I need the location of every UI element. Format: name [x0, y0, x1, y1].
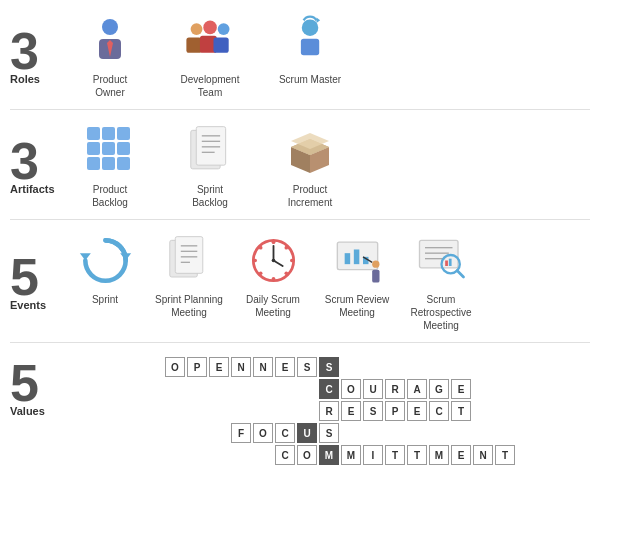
svg-rect-12 — [87, 127, 100, 140]
daily-scrum-label: Daily ScrumMeeting — [246, 293, 300, 319]
scrum-review-icon — [327, 230, 387, 290]
cell-t3: T — [407, 445, 427, 465]
cell-t1: T — [451, 401, 471, 421]
product-backlog-icon — [80, 120, 140, 180]
svg-point-48 — [258, 271, 262, 275]
sprint-label: Sprint — [92, 293, 118, 306]
svg-rect-66 — [448, 258, 451, 265]
cell-c3: C — [275, 423, 295, 443]
scrum-retrospective-icon — [411, 230, 471, 290]
daily-scrum-item: Daily ScrumMeeting — [233, 230, 313, 319]
artifacts-number: 3 — [10, 135, 50, 187]
svg-rect-65 — [445, 260, 448, 266]
roles-items: ProductOwner DevelopmentTeam — [65, 10, 615, 99]
divider-2 — [10, 219, 590, 220]
svg-rect-13 — [102, 127, 115, 140]
scrum-retrospective-label: Scrum RetrospectiveMeeting — [401, 293, 481, 332]
product-owner-icon — [80, 10, 140, 70]
cell-t2: T — [385, 445, 405, 465]
svg-rect-57 — [372, 269, 379, 282]
sprint-planning-icon — [159, 230, 219, 290]
courage-row: C O U R A G E — [319, 379, 515, 399]
events-label: Events — [10, 299, 50, 311]
artifacts-label-group: 3 Artifacts — [10, 135, 65, 195]
cell-g: G — [429, 379, 449, 399]
dev-team-icon — [180, 10, 240, 70]
svg-point-4 — [203, 20, 217, 34]
cell-s-highlight: S — [319, 357, 339, 377]
scrum-master-item: Scrum Master — [265, 10, 355, 86]
svg-rect-11 — [300, 38, 318, 55]
cell-e4: E — [341, 401, 361, 421]
sprint-planning-label: Sprint PlanningMeeting — [155, 293, 223, 319]
svg-point-5 — [217, 23, 229, 35]
cell-s2: S — [363, 401, 383, 421]
scrum-master-icon — [280, 10, 340, 70]
focus-row: F O C U S — [231, 423, 515, 443]
scrum-retrospective-item: Scrum RetrospectiveMeeting — [401, 230, 481, 332]
product-owner-label: ProductOwner — [93, 73, 127, 99]
cell-t4: T — [495, 445, 515, 465]
cell-r1: R — [385, 379, 405, 399]
scrum-master-label: Scrum Master — [279, 73, 341, 86]
svg-rect-35 — [175, 236, 203, 273]
roles-label: Roles — [10, 73, 50, 85]
cell-n2: N — [253, 357, 273, 377]
product-owner-item: ProductOwner — [65, 10, 155, 99]
values-label-group: 5 Values — [10, 357, 65, 417]
product-backlog-label: ProductBacklog — [92, 183, 128, 209]
sprint-backlog-label: SprintBacklog — [192, 183, 228, 209]
divider-1 — [10, 109, 590, 110]
svg-point-41 — [271, 240, 275, 244]
svg-rect-18 — [87, 157, 100, 170]
svg-rect-22 — [196, 126, 225, 165]
dev-team-item: DevelopmentTeam — [165, 10, 255, 99]
svg-point-56 — [372, 260, 379, 267]
cell-c4: C — [275, 445, 295, 465]
svg-point-51 — [271, 258, 275, 262]
cell-c2: C — [429, 401, 449, 421]
svg-marker-33 — [120, 253, 131, 260]
divider-3 — [10, 342, 590, 343]
svg-point-0 — [102, 19, 118, 35]
cell-p: P — [187, 357, 207, 377]
cell-e3: E — [451, 379, 471, 399]
svg-marker-32 — [79, 253, 90, 260]
dev-team-label: DevelopmentTeam — [181, 73, 240, 99]
values-label: Values — [10, 405, 50, 417]
svg-rect-20 — [117, 157, 130, 170]
artifacts-items: ProductBacklog SprintBacklo — [65, 120, 615, 209]
cell-e5: E — [407, 401, 427, 421]
svg-rect-14 — [117, 127, 130, 140]
values-section: 5 Values O P E N N E S S C O U R — [10, 357, 615, 467]
events-label-group: 5 Events — [10, 251, 65, 311]
sprint-backlog-icon — [180, 120, 240, 180]
roles-label-group: 3 Roles — [10, 25, 65, 85]
roles-section: 3 Roles ProductOwner — [10, 10, 615, 99]
commitment-row: C O M M I T T M E N T — [275, 445, 515, 465]
roles-number: 3 — [10, 25, 50, 77]
svg-rect-16 — [102, 142, 115, 155]
crossword-container: O P E N N E S S C O U R A G E R — [165, 357, 515, 467]
events-number: 5 — [10, 251, 50, 303]
svg-rect-17 — [117, 142, 130, 155]
cell-c-highlight: C — [319, 379, 339, 399]
sprint-item: Sprint — [65, 230, 145, 306]
svg-marker-10 — [316, 17, 320, 22]
cell-n1: N — [231, 357, 251, 377]
svg-point-44 — [290, 258, 294, 262]
artifacts-section: 3 Artifacts — [10, 120, 615, 209]
events-section: 5 Events Sprint — [10, 230, 615, 332]
cell-m2: M — [341, 445, 361, 465]
product-increment-icon — [280, 120, 340, 180]
product-backlog-item: ProductBacklog — [65, 120, 155, 209]
cell-p: P — [385, 401, 405, 421]
cell-m3: M — [429, 445, 449, 465]
cell-f: F — [231, 423, 251, 443]
svg-point-45 — [258, 245, 262, 249]
svg-rect-8 — [213, 37, 228, 52]
events-items: Sprint Sprint PlanningMeeting — [65, 230, 615, 332]
cell-u1: U — [363, 379, 383, 399]
artifacts-label: Artifacts — [10, 183, 50, 195]
respect-row: R E S P E C T — [319, 401, 515, 421]
